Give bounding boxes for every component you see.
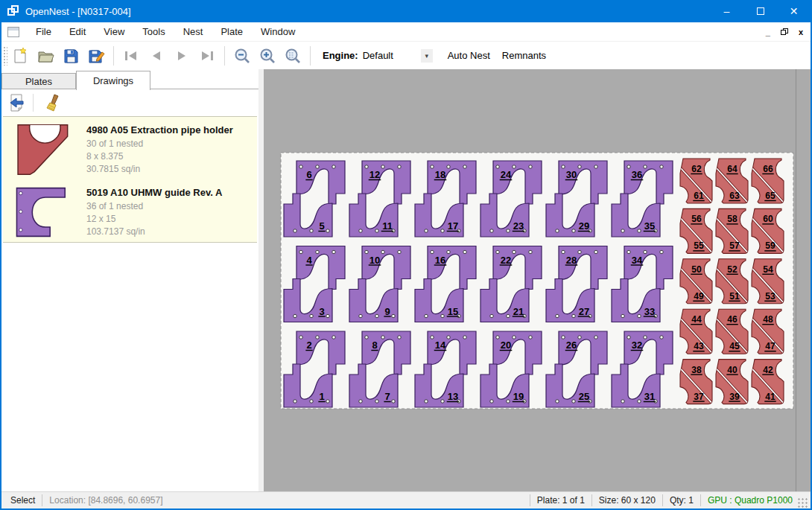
part-number: 17 xyxy=(448,220,458,232)
part-number: 3 xyxy=(319,306,324,317)
drill-hole xyxy=(621,314,624,317)
drill-hole xyxy=(562,250,565,253)
go-next-button[interactable] xyxy=(171,45,193,67)
nest-drawing: 6512111817242330293635431091615222128273… xyxy=(264,69,812,491)
open-file-icon xyxy=(37,47,54,65)
mdi-restore-button[interactable] xyxy=(781,28,788,35)
menu-plate[interactable]: Plate xyxy=(212,23,252,40)
menu-edit[interactable]: Edit xyxy=(60,23,95,40)
go-previous-button[interactable] xyxy=(145,45,168,67)
part-number: 8 xyxy=(372,340,377,351)
part-number: 29 xyxy=(579,220,589,232)
mdi-minimize-button[interactable]: _ xyxy=(766,28,770,36)
tab-drawings[interactable]: Drawings xyxy=(76,71,150,90)
go-first-button[interactable] xyxy=(120,45,142,67)
menu-nest[interactable]: Nest xyxy=(174,23,212,40)
drill-hole xyxy=(365,165,368,168)
part-number: 19 xyxy=(513,391,524,402)
drill-hole xyxy=(392,314,395,317)
drill-hole xyxy=(431,250,434,253)
menu-window[interactable]: Window xyxy=(252,23,304,40)
auto-nest-button[interactable]: Auto Nest xyxy=(442,50,496,61)
go-previous-icon xyxy=(148,47,165,65)
panel-splitter[interactable] xyxy=(258,69,264,491)
drill-hole xyxy=(638,229,641,232)
drawing-item[interactable]: 5019 A10 UHMW guide Rev. A 36 of 1 neste… xyxy=(3,179,257,242)
zoom-in-icon xyxy=(258,47,276,65)
engine-select[interactable]: Default xyxy=(363,50,421,61)
drill-hole xyxy=(375,400,378,403)
drill-hole xyxy=(392,400,395,403)
drill-hole xyxy=(513,165,516,168)
document-icon[interactable] xyxy=(7,27,19,37)
broom-icon xyxy=(44,93,63,112)
open-file-button[interactable] xyxy=(34,45,57,67)
clean-drawings-button[interactable] xyxy=(42,92,65,113)
drill-hole xyxy=(496,165,499,168)
drill-hole xyxy=(627,336,630,339)
drill-hole xyxy=(529,165,532,168)
drill-hole xyxy=(326,314,329,317)
drill-hole xyxy=(310,229,313,232)
drawing-item[interactable]: 4980 A05 Extraction pipe holder 30 of 1 … xyxy=(3,117,257,179)
save-as-button[interactable] xyxy=(85,45,107,67)
part-number: 60 xyxy=(763,214,773,224)
drill-hole xyxy=(326,400,329,403)
go-next-icon xyxy=(173,47,191,65)
maximize-button[interactable] xyxy=(743,0,777,22)
menu-view[interactable]: View xyxy=(95,23,133,40)
part-number: 6 xyxy=(306,169,311,180)
remnants-button[interactable]: Remnants xyxy=(496,50,552,61)
drill-hole xyxy=(398,165,401,168)
go-last-button[interactable] xyxy=(196,45,218,67)
drill-hole xyxy=(572,400,575,403)
drill-hole xyxy=(381,336,384,339)
drawing-area: 30.7815 sq/in xyxy=(86,163,233,176)
drill-hole xyxy=(365,250,368,253)
drill-hole xyxy=(496,336,499,339)
part-number: 45 xyxy=(729,341,740,351)
status-plate: Plate: 1 of 1 xyxy=(537,495,585,506)
part-number: 25 xyxy=(579,391,589,402)
import-drawing-button[interactable] xyxy=(6,92,28,113)
drill-hole xyxy=(365,336,368,339)
drill-hole xyxy=(513,336,516,339)
close-button[interactable]: ✕ xyxy=(777,0,811,22)
part-number: 15 xyxy=(448,306,458,317)
drill-hole xyxy=(310,400,313,403)
drill-hole xyxy=(425,229,428,232)
chevron-down-icon[interactable]: ▾ xyxy=(421,49,433,63)
zoom-out-button[interactable] xyxy=(231,45,253,67)
nest-canvas[interactable]: 6512111817242330293635431091615222128273… xyxy=(264,69,812,491)
drill-hole xyxy=(294,400,296,403)
tab-plates[interactable]: Plates xyxy=(1,73,76,89)
new-file-button[interactable] xyxy=(9,45,31,67)
menu-file[interactable]: File xyxy=(27,23,60,40)
part-number: 34 xyxy=(632,255,643,266)
drill-hole xyxy=(644,165,647,168)
save-button[interactable] xyxy=(60,45,82,67)
drill-hole xyxy=(398,336,401,339)
minimize-button[interactable]: – xyxy=(710,0,743,22)
drill-hole xyxy=(316,336,319,339)
part-number: 21 xyxy=(513,306,524,317)
drill-hole xyxy=(556,229,559,232)
drill-hole xyxy=(299,336,302,339)
drill-hole xyxy=(316,250,319,253)
menu-tools[interactable]: Tools xyxy=(133,23,174,40)
toolbar-grip[interactable] xyxy=(3,46,7,66)
zoom-fit-button[interactable] xyxy=(282,45,304,67)
part-number: 42 xyxy=(763,365,773,375)
drawing-nested-count: 30 of 1 nested xyxy=(86,138,233,150)
mdi-close-button[interactable]: x xyxy=(799,28,803,36)
drill-hole xyxy=(556,314,559,317)
zoom-in-button[interactable] xyxy=(256,45,279,67)
import-drawing-icon xyxy=(7,93,27,112)
part-number: 44 xyxy=(691,314,702,325)
drill-hole xyxy=(562,336,565,339)
title-bar: OpenNest - [N0317-004] – ✕ xyxy=(1,0,811,22)
status-qty: Qty: 1 xyxy=(670,495,694,506)
drill-hole xyxy=(490,400,493,403)
drill-hole xyxy=(660,165,663,168)
resize-grip[interactable] xyxy=(797,497,808,508)
